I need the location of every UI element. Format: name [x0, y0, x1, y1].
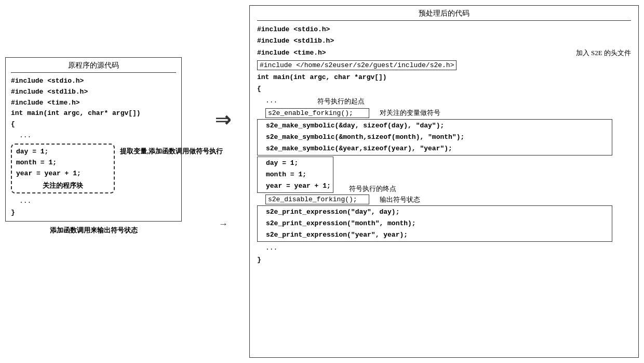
- boxed-enable-forking: s2e_enable_forking();: [265, 108, 369, 118]
- left-brace-close: }: [11, 208, 176, 218]
- boxed-group-make-symbolic: s2e_make_symbolic(&day, sizeof(day), "da…: [257, 119, 612, 155]
- annotation-s2e-header: 加入 S2E 的头文件: [576, 48, 631, 58]
- right-include-time: #include <time.h>: [257, 47, 566, 59]
- source-box-title: 原程序的源代码: [11, 61, 176, 73]
- annotation-end: 符号执行的终点: [349, 184, 396, 193]
- annotated-year: year = year + 1;: [16, 168, 110, 179]
- assignments-row: day = 1; month = 1; year = year + 1; 符号执…: [257, 156, 631, 193]
- make-symbolic-year: s2e_make_symbolic(&year,sizeof(year), "y…: [266, 143, 610, 154]
- left-brace-open: {: [11, 119, 176, 130]
- left-include-time: #include <time.h>: [11, 98, 176, 109]
- disable-forking-row: s2e_disable_forking(); 输出符号状态: [257, 194, 631, 205]
- right-panel-title: 预处理后的代码: [257, 9, 631, 21]
- left-dots1: ...: [11, 130, 176, 141]
- print-year: s2e_print_expression("year", year);: [266, 229, 610, 241]
- annotation-output: 输出符号状态: [380, 195, 420, 204]
- annotated-day: day = 1;: [16, 147, 110, 158]
- right-main-sig: int main(int argc, char *argv[]): [257, 72, 631, 83]
- boxed-disable-forking: s2e_disable_forking();: [265, 195, 369, 204]
- left-main-sig: int main(int argc, char* argv[]): [11, 108, 176, 119]
- print-month: s2e_print_expression("month", month);: [266, 218, 610, 229]
- right-brace-open: {: [257, 83, 631, 95]
- boxed-group-assignments: day = 1; month = 1; year = year + 1;: [257, 157, 333, 193]
- left-panel: 原程序的源代码 #include <stdio.h> #include <std…: [5, 5, 203, 358]
- source-box: 原程序的源代码 #include <stdio.h> #include <std…: [5, 57, 182, 222]
- assign-month: month = 1;: [266, 169, 331, 180]
- right-include-stdio: #include <stdio.h>: [257, 24, 631, 35]
- right-brace-close: }: [257, 254, 631, 266]
- boxed-group-print: s2e_print_expression("day", day); s2e_pr…: [257, 205, 612, 242]
- assign-year: year = year + 1;: [266, 180, 331, 192]
- assign-day: day = 1;: [266, 158, 331, 169]
- main-container: 原程序的源代码 #include <stdio.h> #include <std…: [0, 0, 644, 363]
- right-dots-symbolic: ...: [265, 95, 307, 107]
- annotated-block: day = 1; month = 1; year = year + 1; 关注的…: [11, 144, 115, 193]
- boxed-include-s2e: #include </home/s2euser/s2e/guest/includ…: [257, 60, 457, 70]
- enable-forking-row: s2e_enable_forking(); 对关注的变量做符号: [257, 108, 631, 119]
- arrows-container: ⇒ →: [203, 5, 244, 358]
- include-time-row: #include <time.h> 加入 S2E 的头文件: [257, 47, 631, 59]
- big-arrow: ⇒: [215, 102, 231, 136]
- annotation-symbolic-start: 符号执行的起点: [317, 97, 365, 106]
- right-panel: 预处理后的代码 #include <stdio.h> #include <std…: [249, 5, 639, 358]
- make-symbolic-day: s2e_make_symbolic(&day, sizeof(day), "da…: [266, 120, 610, 132]
- print-day: s2e_print_expression("day", day);: [266, 206, 610, 218]
- right-include-stdlib: #include <stdlib.h>: [257, 35, 631, 47]
- small-arrow: →: [221, 219, 226, 229]
- annotated-label: 关注的程序块: [16, 181, 110, 190]
- bottom-label: 添加函数调用来输出符号状态: [5, 226, 182, 235]
- dots-symbolic-row: ... 符号执行的起点: [257, 95, 631, 107]
- left-include-stdlib: #include <stdlib.h>: [11, 87, 176, 98]
- make-symbolic-month: s2e_make_symbolic(&month,sizeof(month), …: [266, 132, 610, 143]
- right-dots-end: ...: [257, 242, 631, 254]
- annotation-forking: 对关注的变量做符号: [380, 108, 440, 118]
- left-include-stdio: #include <stdio.h>: [11, 76, 176, 87]
- annotated-month: month = 1;: [16, 158, 110, 168]
- left-dots2: ...: [11, 196, 176, 207]
- boxed-include-row: #include </home/s2euser/s2e/guest/includ…: [257, 60, 631, 71]
